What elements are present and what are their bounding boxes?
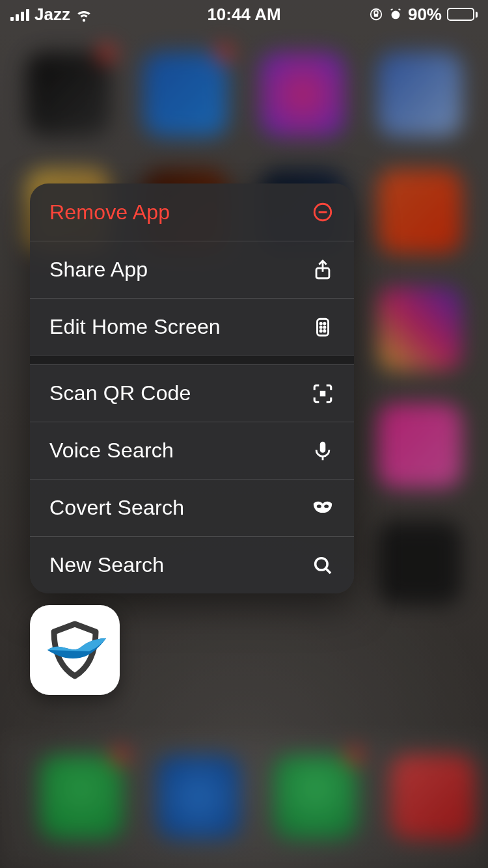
- status-bar: Jazz 10:44 AM 90%: [0, 0, 488, 29]
- menu-item-label: Share App: [49, 258, 148, 282]
- qr-scan-icon: [311, 382, 334, 405]
- edit-home-screen-item[interactable]: Edit Home Screen: [30, 298, 354, 355]
- svg-point-17: [316, 558, 327, 569]
- svg-rect-6: [318, 319, 329, 336]
- svg-point-8: [324, 323, 325, 324]
- mask-icon: [311, 496, 334, 520]
- apps-grid-icon: [311, 316, 334, 339]
- svg-point-15: [317, 504, 321, 508]
- new-search-item[interactable]: New Search: [30, 536, 354, 593]
- svg-point-11: [320, 330, 321, 331]
- menu-item-label: Voice Search: [49, 439, 174, 463]
- svg-rect-14: [320, 441, 326, 452]
- svg-line-18: [326, 568, 331, 573]
- minus-circle-icon: [311, 200, 334, 224]
- svg-point-2: [392, 11, 400, 20]
- alarm-icon: [388, 7, 403, 21]
- svg-rect-1: [374, 14, 378, 17]
- remove-app-item[interactable]: Remove App: [30, 183, 354, 241]
- wifi-icon: [75, 6, 92, 23]
- microphone-icon: [311, 439, 334, 463]
- svg-point-16: [324, 504, 329, 508]
- scan-qr-code-item[interactable]: Scan QR Code: [30, 364, 354, 422]
- menu-item-label: New Search: [49, 553, 164, 577]
- menu-item-label: Remove App: [49, 200, 170, 224]
- battery-percent: 90%: [408, 5, 442, 25]
- cellular-signal-icon: [10, 8, 29, 21]
- menu-item-label: Edit Home Screen: [49, 315, 221, 339]
- share-app-item[interactable]: Share App: [30, 241, 354, 298]
- focused-app-icon[interactable]: [30, 605, 120, 695]
- svg-point-12: [324, 330, 325, 331]
- svg-point-9: [320, 326, 321, 327]
- carrier-label: Jazz: [34, 5, 70, 25]
- app-context-menu: Remove App Share App Edit Home Screen Sc…: [30, 183, 354, 593]
- covert-search-item[interactable]: Covert Search: [30, 479, 354, 536]
- svg-rect-13: [320, 390, 326, 396]
- svg-point-7: [320, 323, 321, 324]
- menu-item-label: Scan QR Code: [49, 381, 191, 405]
- share-icon: [311, 258, 334, 282]
- svg-point-10: [324, 326, 325, 327]
- battery-icon: [447, 8, 478, 21]
- shield-icon: [42, 617, 107, 683]
- search-icon: [311, 554, 334, 577]
- orientation-lock-icon: [369, 7, 383, 21]
- menu-item-label: Covert Search: [49, 496, 184, 520]
- menu-separator: [30, 355, 354, 364]
- voice-search-item[interactable]: Voice Search: [30, 422, 354, 479]
